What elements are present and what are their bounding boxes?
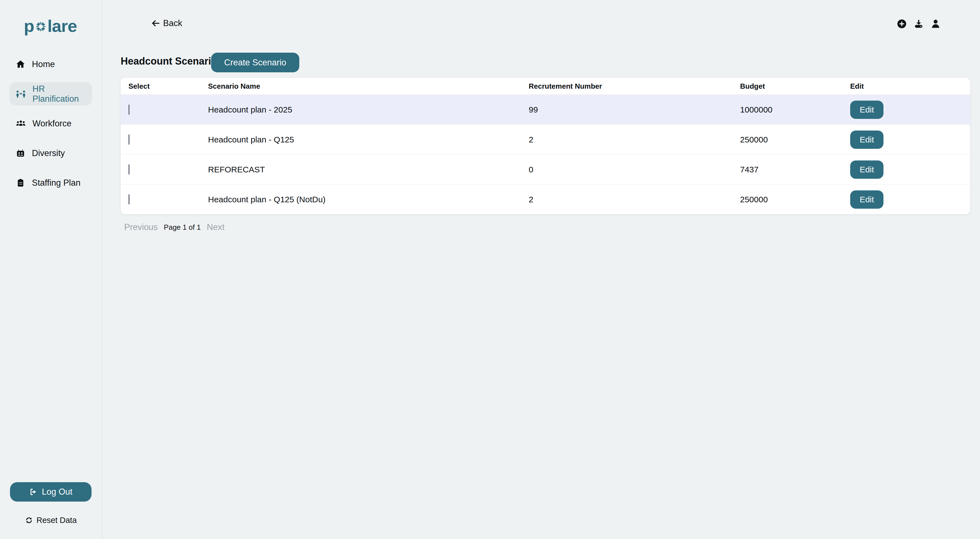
home-icon xyxy=(16,60,25,69)
plus-circle-icon[interactable] xyxy=(897,19,907,29)
sidebar-item-staffing-plan[interactable]: Staffing Plan xyxy=(10,171,92,195)
workforce-users-icon xyxy=(16,119,26,128)
create-scenario-button[interactable]: Create Scenario xyxy=(211,53,299,72)
recrutement-number-cell: 2 xyxy=(529,135,740,144)
sidebar-item-workforce[interactable]: Workforce xyxy=(10,112,92,135)
arrow-left-icon xyxy=(151,19,160,28)
reset-data-label: Reset Data xyxy=(37,516,76,525)
column-header-edit: Edit xyxy=(850,82,970,90)
recrutement-number-cell: 0 xyxy=(529,165,740,174)
row-select-checkbox[interactable] xyxy=(129,105,130,115)
reset-data-button[interactable]: Reset Data xyxy=(0,514,102,526)
diversity-icon xyxy=(16,149,25,158)
row-select-checkbox[interactable] xyxy=(129,194,130,205)
scenarios-table: Select Scenario Name Recrutement Number … xyxy=(121,78,970,214)
table-row[interactable]: Headcount plan - Q125 (NotDu) 2 250000 E… xyxy=(121,184,970,214)
table-header-row: Select Scenario Name Recrutement Number … xyxy=(121,78,970,95)
edit-button[interactable]: Edit xyxy=(850,160,883,179)
logo-text-p: p xyxy=(24,16,34,36)
budget-cell: 250000 xyxy=(740,195,850,204)
scenario-name-cell: Headcount plan - 2025 xyxy=(208,105,529,114)
scenario-name-cell: REFORECAST xyxy=(208,165,529,174)
column-header-recrutement-number: Recrutement Number xyxy=(529,82,740,90)
log-out-label: Log Out xyxy=(42,487,72,497)
edit-button[interactable]: Edit xyxy=(850,190,883,209)
logout-icon xyxy=(29,488,37,496)
sidebar-item-label: Workforce xyxy=(32,119,72,128)
sidebar-item-label: Home xyxy=(32,59,55,69)
budget-cell: 1000000 xyxy=(740,105,850,114)
budget-cell: 250000 xyxy=(740,135,850,144)
back-button[interactable]: Back xyxy=(151,17,182,29)
clipboard-list-icon xyxy=(16,178,25,188)
download-icon[interactable] xyxy=(913,19,924,29)
edit-button[interactable]: Edit xyxy=(850,101,883,119)
log-out-button[interactable]: Log Out xyxy=(10,482,92,502)
table-row[interactable]: Headcount plan - 2025 99 1000000 Edit xyxy=(121,95,970,124)
scenario-name-cell: Headcount plan - Q125 xyxy=(208,135,529,144)
sidebar: p lare Home xyxy=(0,0,102,539)
polare-logo: p lare xyxy=(24,16,77,35)
column-header-budget: Budget xyxy=(740,82,850,90)
next-page-button[interactable]: Next xyxy=(207,222,225,232)
recrutement-number-cell: 2 xyxy=(529,195,740,204)
sidebar-item-label: HR Planification xyxy=(32,84,86,104)
edit-button[interactable]: Edit xyxy=(850,130,883,149)
column-header-select: Select xyxy=(121,82,208,90)
scenario-name-cell: Headcount plan - Q125 (NotDu) xyxy=(208,195,529,204)
budget-cell: 7437 xyxy=(740,165,850,174)
logo-text-lare: lare xyxy=(48,16,77,36)
sidebar-item-label: Staffing Plan xyxy=(32,178,80,188)
table-row[interactable]: REFORECAST 0 7437 Edit xyxy=(121,154,970,184)
row-select-checkbox[interactable] xyxy=(129,164,130,174)
page-title: Headcount Scenarios xyxy=(121,55,223,67)
back-label: Back xyxy=(163,18,182,28)
rotate-icon xyxy=(25,517,33,524)
sidebar-item-diversity[interactable]: Diversity xyxy=(10,142,92,165)
pagination: Previous Page 1 of 1 Next xyxy=(124,221,224,233)
sidebar-item-home[interactable]: Home xyxy=(10,53,92,76)
column-header-scenario-name: Scenario Name xyxy=(208,82,529,90)
sunburst-o-icon xyxy=(35,21,47,33)
table-row[interactable]: Headcount plan - Q125 2 250000 Edit xyxy=(121,124,970,154)
sidebar-item-hr-planification[interactable]: HR Planification xyxy=(10,82,92,106)
page-status: Page 1 of 1 xyxy=(164,223,201,231)
row-select-checkbox[interactable] xyxy=(129,135,130,145)
previous-page-button[interactable]: Previous xyxy=(124,222,158,232)
people-arrows-icon xyxy=(16,89,26,99)
sidebar-nav: Home HR Planification Workforce xyxy=(10,53,92,195)
top-action-icons xyxy=(897,18,941,30)
user-icon[interactable] xyxy=(930,19,941,29)
recrutement-number-cell: 99 xyxy=(529,105,740,114)
sidebar-item-label: Diversity xyxy=(32,148,65,158)
